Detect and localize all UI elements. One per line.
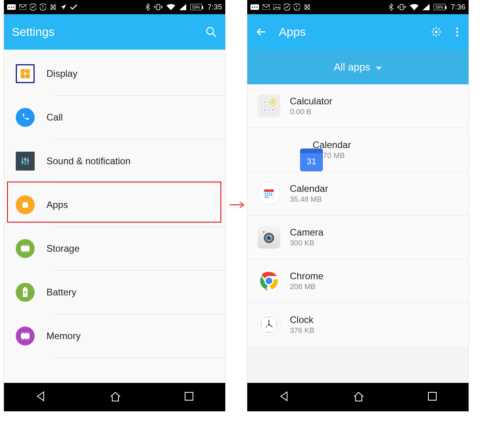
svg-point-93 [270,236,271,237]
google-calendar-icon: 31 [300,149,323,171]
svg-text:+: + [264,100,266,104]
app-size: 376 KB [290,326,314,335]
svg-point-94 [263,231,265,233]
check-icon [70,4,77,10]
settings-button[interactable] [430,26,443,38]
app-name: Clock [290,314,314,325]
settings-item-battery[interactable]: Battery [4,271,225,314]
svg-rect-32 [26,245,27,246]
app-item-calendar-stock[interactable]: Calendar 35.48 MB [247,172,469,215]
app-bar: Apps [247,14,469,50]
svg-point-25 [27,160,29,162]
app-size: 0.00 B [290,108,332,116]
svg-rect-88 [265,197,266,198]
more-icon [250,4,259,10]
app-item-calculator[interactable]: +C×= Calculator 0.00 B [247,84,469,128]
navigation-bar [247,383,469,411]
clock-text: 7:36 [451,3,465,11]
call-icon [16,108,35,127]
shield-check-icon [30,4,36,11]
svg-point-1 [8,6,9,7]
app-name: Calculator [290,96,332,107]
svg-rect-42 [22,332,22,334]
apps-list: +C×= Calculator 0.00 B 31 Calendar 46.70… [247,84,469,346]
sound-icon [16,152,35,171]
svg-point-3 [13,6,14,7]
home-button[interactable] [352,390,365,404]
home-button[interactable] [109,390,122,404]
app-name: Chrome [290,271,323,282]
battery-icon [16,283,35,302]
svg-rect-29 [22,245,22,246]
svg-point-12 [207,28,214,35]
app-bar: Settings [4,14,225,50]
back-button[interactable] [278,390,290,404]
svg-rect-36 [25,251,26,252]
settings-item-label: Call [46,112,63,123]
annotation-arrow-icon [229,200,245,210]
svg-point-106 [268,324,270,325]
svg-text:×: × [264,108,266,112]
svg-point-15 [24,72,27,75]
recents-button[interactable] [184,391,194,403]
svg-rect-83 [271,193,272,194]
navigation-bar [4,383,225,411]
calculator-icon: +C×= [258,95,280,117]
svg-rect-84 [265,195,266,196]
bluetooth-icon [389,4,393,11]
search-button[interactable] [205,26,217,38]
settings-item-label: Battery [46,287,76,298]
svg-point-56 [256,6,258,7]
filter-dropdown[interactable]: All apps [247,50,469,84]
svg-rect-43 [23,332,24,334]
bluetooth-icon [145,4,150,11]
svg-rect-81 [267,193,268,194]
svg-rect-41 [21,334,30,338]
overflow-menu-button[interactable] [454,26,461,38]
back-button[interactable] [35,390,47,404]
signal-icon [179,4,186,10]
back-button[interactable] [255,26,268,38]
more-icon [7,4,16,10]
recents-button[interactable] [427,391,437,403]
memory-icon [16,327,35,345]
clock-text: 7:35 [208,3,222,11]
settings-screen: 59% 7:35 Settings Display Call [4,0,225,411]
status-bar: 59% 7:36 [247,0,469,14]
svg-rect-49 [25,338,26,340]
shield-alert-icon [40,4,46,11]
settings-item-display[interactable]: Display [4,52,225,95]
app-item-calendar-google[interactable]: 31 Calendar 46.70 MB [247,128,469,171]
svg-rect-86 [269,195,270,196]
svg-rect-52 [185,392,193,400]
svg-rect-82 [269,193,270,194]
svg-rect-89 [267,197,268,198]
vibrate-icon [397,4,406,11]
app-item-clock[interactable]: Clock 376 KB [247,303,469,346]
settings-item-call[interactable]: Call [4,96,225,139]
svg-rect-80 [265,193,266,194]
storage-icon [16,239,35,258]
settings-item-storage[interactable]: Storage [4,227,225,270]
svg-rect-38 [28,251,29,252]
app-size: 300 KB [290,239,323,247]
page-title: Apps [279,25,419,39]
svg-rect-37 [26,251,27,252]
wifi-icon [167,4,175,10]
settings-item-sound[interactable]: Sound & notification [4,139,225,183]
settings-item-label: Sound & notification [46,156,130,167]
sync-off-icon [50,4,57,11]
battery-icon: 59% [190,4,202,10]
svg-rect-34 [22,251,22,252]
chrome-icon [258,269,280,292]
settings-item-memory[interactable]: Memory [4,314,225,358]
page-title: Settings [12,25,194,39]
app-name: Calendar [290,183,328,194]
app-item-chrome[interactable]: Chrome 208 MB [247,259,469,303]
svg-rect-7 [157,4,160,10]
status-bar: 59% 7:35 [4,0,225,14]
svg-rect-46 [28,332,29,334]
app-item-camera[interactable]: Camera 300 KB [247,215,469,259]
svg-rect-28 [21,246,30,251]
svg-text:C: C [271,100,274,104]
